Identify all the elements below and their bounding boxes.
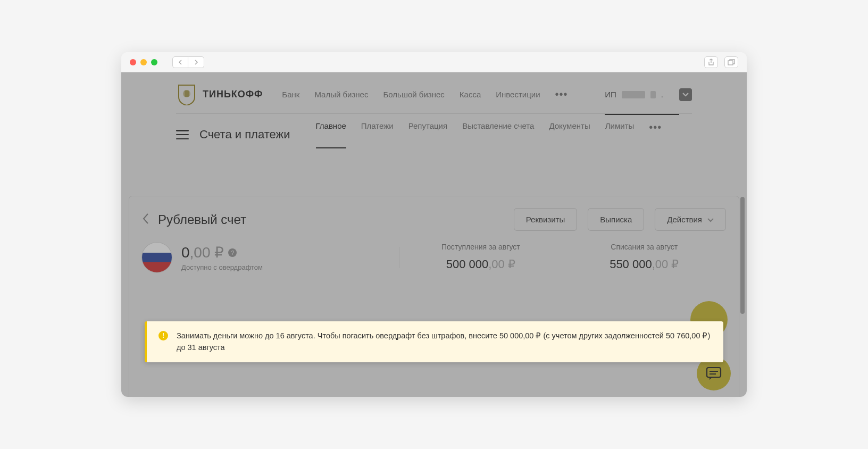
close-window-button[interactable]	[130, 59, 136, 65]
nav-forward-button[interactable]	[188, 56, 204, 68]
tabs-icon[interactable]	[724, 56, 738, 68]
share-icon[interactable]	[704, 56, 718, 68]
browser-window: ТИНЬКОФФ Банк Малый бизнес Большой бизне…	[121, 52, 747, 397]
traffic-lights	[130, 59, 157, 65]
overdraft-alert: ! Занимать деньги можно до 16 августа. Ч…	[145, 321, 723, 362]
alert-text: Занимать деньги можно до 16 августа. Что…	[177, 330, 712, 354]
nav-arrows	[172, 56, 204, 68]
warning-icon: !	[158, 331, 168, 340]
minimize-window-button[interactable]	[140, 59, 147, 65]
nav-back-button[interactable]	[172, 56, 188, 68]
maximize-window-button[interactable]	[151, 59, 157, 65]
window-titlebar	[121, 52, 747, 72]
svg-rect-0	[728, 61, 733, 65]
